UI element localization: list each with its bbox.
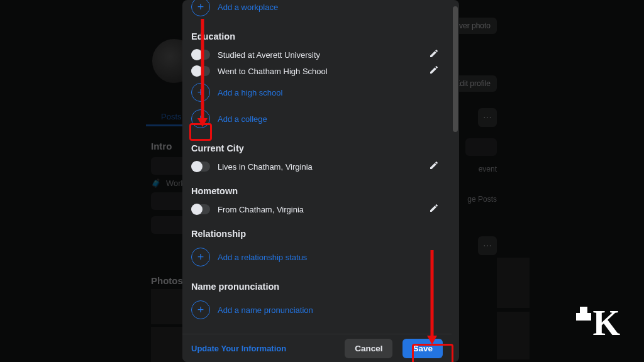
- save-button[interactable]: Save: [402, 339, 443, 358]
- intro-heading: Intro: [151, 141, 172, 151]
- plus-icon: +: [191, 0, 210, 16]
- visibility-toggle[interactable]: [191, 162, 210, 172]
- hometown-text: From Chatham, Virginia: [218, 205, 304, 214]
- plus-icon: +: [191, 300, 210, 319]
- current-city-heading: Current City: [191, 143, 443, 153]
- pencil-icon[interactable]: [429, 48, 439, 61]
- hometown-heading: Hometown: [191, 186, 443, 196]
- edit-details-modal: + Add a workplace Education Studied at A…: [182, 0, 459, 362]
- photo-thumb[interactable]: [151, 327, 186, 362]
- add-pronunciation-link[interactable]: Add a name pronunciation: [218, 305, 313, 315]
- more-icon[interactable]: ⋯: [478, 236, 497, 255]
- more-icon[interactable]: ⋯: [478, 108, 497, 127]
- pencil-icon[interactable]: [429, 203, 439, 216]
- watermark-logo: K: [592, 303, 619, 343]
- plus-icon: +: [191, 248, 210, 266]
- pencil-icon[interactable]: [429, 160, 439, 173]
- visibility-toggle[interactable]: [191, 66, 210, 76]
- plus-icon: +: [191, 109, 210, 128]
- pencil-icon[interactable]: [429, 65, 439, 77]
- cancel-button[interactable]: Cancel: [345, 339, 392, 358]
- photos-heading: Photos: [151, 275, 183, 286]
- education-heading: Education: [191, 31, 443, 41]
- briefcase-icon: 🧳: [151, 178, 161, 188]
- event-label[interactable]: event: [479, 165, 497, 173]
- update-info-link[interactable]: Update Your Information: [191, 344, 286, 353]
- add-relationship-link[interactable]: Add a relationship status: [218, 253, 307, 262]
- photo-thumb[interactable]: [497, 312, 530, 359]
- photo-thumb[interactable]: [151, 289, 186, 324]
- visibility-toggle[interactable]: [191, 50, 210, 60]
- bg-pill: [465, 138, 497, 156]
- manage-posts-label[interactable]: ge Posts: [467, 195, 497, 204]
- pronunciation-heading: Name pronunciation: [191, 282, 443, 292]
- modal-footer: Update Your Information Cancel Save: [182, 334, 452, 362]
- education-item: Went to Chatham High School: [218, 67, 328, 76]
- tab-posts[interactable]: Posts: [161, 112, 182, 121]
- plus-icon: +: [191, 83, 210, 102]
- add-workplace-link[interactable]: Add a workplace: [218, 3, 278, 12]
- tab-underline: [146, 124, 184, 126]
- add-high-school-link[interactable]: Add a high school: [218, 88, 282, 97]
- scrollbar[interactable]: [453, 6, 458, 132]
- current-city-text: Lives in Chatham, Virginia: [218, 162, 313, 172]
- education-item: Studied at Averett University: [218, 50, 320, 60]
- photo-thumb[interactable]: [497, 258, 530, 308]
- add-college-link[interactable]: Add a college: [218, 114, 267, 124]
- relationship-heading: Relationship: [191, 229, 443, 239]
- visibility-toggle[interactable]: [191, 204, 210, 214]
